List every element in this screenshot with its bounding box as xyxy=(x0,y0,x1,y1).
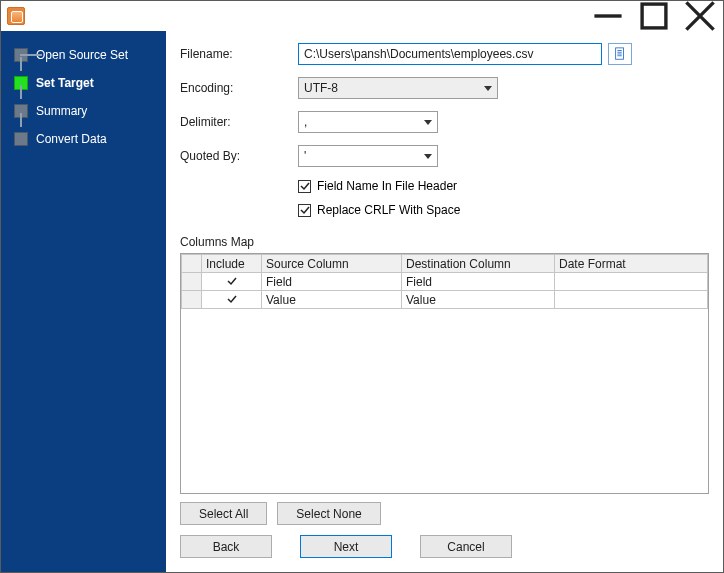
back-button[interactable]: Back xyxy=(180,535,272,558)
filename-input[interactable] xyxy=(298,43,602,65)
cell-dest[interactable]: Value xyxy=(402,291,555,309)
wizard-window: Open Source Set Set Target Summary Conve… xyxy=(0,0,724,573)
replace-crlf-label: Replace CRLF With Space xyxy=(317,203,460,217)
encoding-select[interactable]: UTF-8 xyxy=(298,77,498,99)
wizard-sidebar: Open Source Set Set Target Summary Conve… xyxy=(1,31,166,572)
columns-map-grid: Include Source Column Destination Column… xyxy=(180,253,709,494)
row-header[interactable] xyxy=(182,291,202,309)
table-row[interactable]: Field Field xyxy=(182,273,708,291)
col-header-fmt[interactable]: Date Format xyxy=(555,255,708,273)
filename-label: Filename: xyxy=(180,47,298,61)
step-label: Summary xyxy=(36,104,87,118)
chevron-down-icon xyxy=(424,120,432,125)
document-icon xyxy=(613,47,627,61)
app-icon xyxy=(7,7,25,25)
step-open-source-set[interactable]: Open Source Set xyxy=(1,41,166,69)
delimiter-select[interactable]: , xyxy=(298,111,438,133)
browse-file-button[interactable] xyxy=(608,43,632,65)
titlebar xyxy=(1,1,723,31)
select-all-button[interactable]: Select All xyxy=(180,502,267,525)
delimiter-value: , xyxy=(304,115,307,129)
field-name-header-checkbox[interactable] xyxy=(298,180,311,193)
cell-source[interactable]: Field xyxy=(262,273,402,291)
close-button[interactable] xyxy=(677,1,723,31)
grid-empty-area xyxy=(181,309,708,493)
include-checkbox[interactable] xyxy=(227,276,237,286)
step-label: Convert Data xyxy=(36,132,107,146)
quoted-by-value: ' xyxy=(304,149,306,163)
delimiter-label: Delimiter: xyxy=(180,115,298,129)
cell-fmt[interactable] xyxy=(555,273,708,291)
cell-dest[interactable]: Field xyxy=(402,273,555,291)
step-convert-data[interactable]: Convert Data xyxy=(1,125,166,153)
encoding-label: Encoding: xyxy=(180,81,298,95)
include-checkbox[interactable] xyxy=(227,294,237,304)
col-header-source[interactable]: Source Column xyxy=(262,255,402,273)
quoted-by-label: Quoted By: xyxy=(180,149,298,163)
replace-crlf-checkbox[interactable] xyxy=(298,204,311,217)
quoted-by-select[interactable]: ' xyxy=(298,145,438,167)
svg-rect-1 xyxy=(642,4,666,28)
cell-source[interactable]: Value xyxy=(262,291,402,309)
encoding-value: UTF-8 xyxy=(304,81,338,95)
chevron-down-icon xyxy=(424,154,432,159)
main-panel: Filename: Encoding: UTF-8 Delimiter: , xyxy=(166,31,723,572)
field-name-header-label: Field Name In File Header xyxy=(317,179,457,193)
step-label: Set Target xyxy=(36,76,94,90)
next-button[interactable]: Next xyxy=(300,535,392,558)
step-set-target[interactable]: Set Target xyxy=(1,69,166,97)
columns-map-title: Columns Map xyxy=(180,235,709,249)
grid-corner xyxy=(182,255,202,273)
col-header-include[interactable]: Include xyxy=(202,255,262,273)
row-header[interactable] xyxy=(182,273,202,291)
maximize-button[interactable] xyxy=(631,1,677,31)
step-summary[interactable]: Summary xyxy=(1,97,166,125)
table-row[interactable]: Value Value xyxy=(182,291,708,309)
chevron-down-icon xyxy=(484,86,492,91)
minimize-button[interactable] xyxy=(585,1,631,31)
select-none-button[interactable]: Select None xyxy=(277,502,380,525)
step-label: Open Source Set xyxy=(36,48,128,62)
cancel-button[interactable]: Cancel xyxy=(420,535,512,558)
col-header-dest[interactable]: Destination Column xyxy=(402,255,555,273)
cell-fmt[interactable] xyxy=(555,291,708,309)
